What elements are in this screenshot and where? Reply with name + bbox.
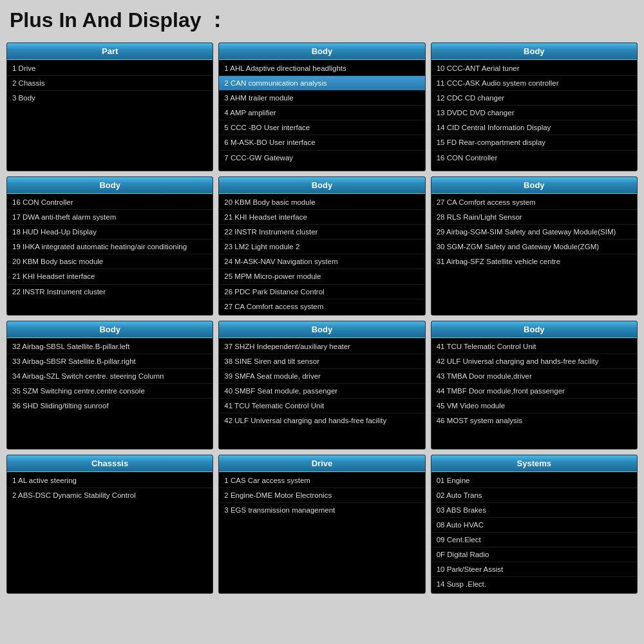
- list-item[interactable]: 7 CCC-GW Gateway: [219, 151, 424, 165]
- list-item[interactable]: 1 Drive: [7, 61, 213, 76]
- list-item[interactable]: 20 KBM Body basic module: [219, 195, 424, 210]
- list-item[interactable]: 42 ULF Universal charging and hands-free…: [219, 413, 424, 428]
- list-item[interactable]: 41 TCU Telematic Control Unit: [431, 339, 637, 354]
- list-item[interactable]: 38 SINE Siren and tilt sensor: [219, 354, 424, 369]
- panel-header-part: Part: [7, 43, 213, 60]
- list-item[interactable]: 11 CCC-ASK Audio system controller: [431, 76, 637, 91]
- panel-header-body8: Body: [431, 321, 637, 338]
- list-item[interactable]: 5 CCC -BO User interface: [219, 120, 424, 135]
- list-item[interactable]: 32 Airbag-SBSL Satellite.B-pillar.left: [7, 339, 213, 354]
- list-item[interactable]: 41 TCU Telematic Control Unit: [219, 399, 424, 413]
- panel-header-body2: Body: [431, 43, 637, 60]
- panel-body-systems: 01 Engine02 Auto Trans03 ABS Brakes08 Au…: [431, 472, 637, 593]
- list-item[interactable]: 2 ABS-DSC Dynamic Stability Control: [7, 488, 213, 502]
- panel-body7: Body37 SHZH Independent/auxiliary heater…: [218, 321, 425, 450]
- panel-header-body6: Body: [7, 321, 213, 338]
- list-item[interactable]: 10 Park/Steer Assist: [431, 562, 637, 577]
- list-item[interactable]: 21 KHI Headset interface: [219, 210, 424, 225]
- list-item[interactable]: 16 CON Controller: [7, 195, 213, 210]
- list-item[interactable]: 46 MOST system analysis: [431, 413, 637, 428]
- panel-body3: Body16 CON Controller17 DWA anti-theft a…: [6, 176, 213, 316]
- list-item[interactable]: 16 CON Controller: [431, 151, 637, 165]
- panel-chasssis: Chasssis1 AL active steering2 ABS-DSC Dy…: [6, 455, 213, 594]
- list-item[interactable]: 35 SZM Switching centre.centre console: [7, 384, 213, 399]
- panel-body-body8: 41 TCU Telematic Control Unit42 ULF Univ…: [431, 338, 637, 430]
- panel-systems: Systems01 Engine02 Auto Trans03 ABS Brak…: [431, 455, 638, 594]
- list-item[interactable]: 2 Engine-DME Motor Electronics: [219, 488, 424, 503]
- panel-drive: Drive1 CAS Car access system2 Engine-DME…: [218, 455, 425, 594]
- list-item[interactable]: 3 AHM trailer module: [219, 91, 424, 106]
- list-item[interactable]: 02 Auto Trans: [431, 488, 637, 503]
- panel-body-body1: 1 AHL Adaptive directional headlights2 C…: [219, 60, 424, 166]
- list-item[interactable]: 34 Airbag-SZL Switch centre. steering Co…: [7, 369, 213, 384]
- panel-body-body5: 27 CA Comfort access system28 RLS Rain/L…: [431, 194, 637, 270]
- list-item[interactable]: 44 TMBF Door module,front passenger: [431, 384, 637, 399]
- list-item[interactable]: 1 CAS Car access system: [219, 473, 424, 488]
- panel-body6: Body32 Airbag-SBSL Satellite.B-pillar.le…: [6, 321, 213, 450]
- panels-grid: Part1 Drive2 Chassis3 BodyBody1 AHL Adap…: [6, 43, 638, 594]
- list-item[interactable]: 21 KHI Headset interface: [7, 269, 213, 284]
- panel-body1: Body1 AHL Adaptive directional headlight…: [218, 43, 425, 171]
- panel-body-body2: 10 CCC-ANT Aerial tuner11 CCC-ASK Audio …: [431, 60, 637, 166]
- list-item[interactable]: 17 DWA anti-theft alarm system: [7, 210, 213, 225]
- panel-body-body6: 32 Airbag-SBSL Satellite.B-pillar.left33…: [7, 338, 213, 414]
- list-item[interactable]: 4 AMP amplifier: [219, 106, 424, 120]
- list-item[interactable]: 23 LM2 Light module 2: [219, 240, 424, 254]
- list-item[interactable]: 2 CAN communication analysis: [219, 76, 424, 91]
- list-item[interactable]: 18 HUD Head-Up Display: [7, 225, 213, 240]
- list-item[interactable]: 39 SMFA Seat module, driver: [219, 369, 424, 384]
- list-item[interactable]: 29 Airbag-SGM-SIM Safety and Gateway Mod…: [431, 225, 637, 240]
- list-item[interactable]: 36 SHD Sliding/tilting sunroof: [7, 399, 213, 413]
- list-item[interactable]: 30 SGM-ZGM Safety and Gateway Module(ZGM…: [431, 240, 637, 254]
- list-item[interactable]: 27 CA Comfort access system: [431, 195, 637, 210]
- page-title: Plus In And Display ：: [6, 6, 638, 35]
- panel-body-body4: 20 KBM Body basic module21 KHI Headset i…: [219, 194, 424, 315]
- list-item[interactable]: 20 KBM Body basic module: [7, 254, 213, 269]
- list-item[interactable]: 13 DVDC DVD changer: [431, 106, 637, 120]
- list-item[interactable]: 03 ABS Brakes: [431, 503, 637, 518]
- list-item[interactable]: 10 CCC-ANT Aerial tuner: [431, 61, 637, 76]
- list-item[interactable]: 42 ULF Universal charging and hands-free…: [431, 354, 637, 369]
- panel-header-drive: Drive: [219, 455, 424, 472]
- panel-body-chasssis: 1 AL active steering2 ABS-DSC Dynamic St…: [7, 472, 213, 504]
- list-item[interactable]: 19 IHKA integrated automatic heating/air…: [7, 240, 213, 254]
- panel-header-body7: Body: [219, 321, 424, 338]
- list-item[interactable]: 12 CDC CD changer: [431, 91, 637, 106]
- list-item[interactable]: 26 PDC Park Distance Control: [219, 285, 424, 299]
- panel-part: Part1 Drive2 Chassis3 Body: [6, 43, 213, 171]
- list-item[interactable]: 22 INSTR Instrument cluster: [7, 285, 213, 299]
- panel-header-chasssis: Chasssis: [7, 455, 213, 472]
- panel-header-body5: Body: [431, 177, 637, 194]
- list-item[interactable]: 22 INSTR Instrument cluster: [219, 225, 424, 240]
- list-item[interactable]: 31 Airbag-SFZ Satellite vehicle centre: [431, 254, 637, 269]
- list-item[interactable]: 1 AHL Adaptive directional headlights: [219, 61, 424, 76]
- list-item[interactable]: 37 SHZH Independent/auxiliary heater: [219, 339, 424, 354]
- panel-body8: Body41 TCU Telematic Control Unit42 ULF …: [431, 321, 638, 450]
- panel-body-part: 1 Drive2 Chassis3 Body: [7, 60, 213, 106]
- list-item[interactable]: 3 EGS transmission management: [219, 503, 424, 517]
- list-item[interactable]: 3 Body: [7, 91, 213, 105]
- list-item[interactable]: 14 Susp .Elect.: [431, 577, 637, 591]
- list-item[interactable]: 27 CA Comfort access system: [219, 299, 424, 314]
- list-item[interactable]: 2 Chassis: [7, 76, 213, 91]
- panel-body2: Body10 CCC-ANT Aerial tuner11 CCC-ASK Au…: [431, 43, 638, 171]
- list-item[interactable]: 43 TMBA Door module,driver: [431, 369, 637, 384]
- list-item[interactable]: 14 CID Central Information Display: [431, 120, 637, 135]
- list-item[interactable]: 08 Auto HVAC: [431, 518, 637, 533]
- list-item[interactable]: 6 M-ASK-BO User interface: [219, 135, 424, 150]
- panel-body-drive: 1 CAS Car access system2 Engine-DME Moto…: [219, 472, 424, 518]
- list-item[interactable]: 33 Airbag-SBSR Satellite.B-pillar.right: [7, 354, 213, 369]
- panel-header-body1: Body: [219, 43, 424, 60]
- list-item[interactable]: 40 SMBF Seat module, passenger: [219, 384, 424, 399]
- panel-header-systems: Systems: [431, 455, 637, 472]
- list-item[interactable]: 25 MPM Micro-power module: [219, 269, 424, 284]
- panel-body5: Body27 CA Comfort access system28 RLS Ra…: [431, 176, 638, 316]
- list-item[interactable]: 1 AL active steering: [7, 473, 213, 488]
- list-item[interactable]: 28 RLS Rain/Light Sensor: [431, 210, 637, 225]
- list-item[interactable]: 0F Digital Radio: [431, 547, 637, 562]
- list-item[interactable]: 24 M-ASK-NAV Navigation system: [219, 254, 424, 269]
- list-item[interactable]: 09 Cent.Elect: [431, 533, 637, 547]
- list-item[interactable]: 45 VM Video module: [431, 399, 637, 413]
- list-item[interactable]: 15 FD Rear-compartment display: [431, 135, 637, 150]
- list-item[interactable]: 01 Engine: [431, 473, 637, 488]
